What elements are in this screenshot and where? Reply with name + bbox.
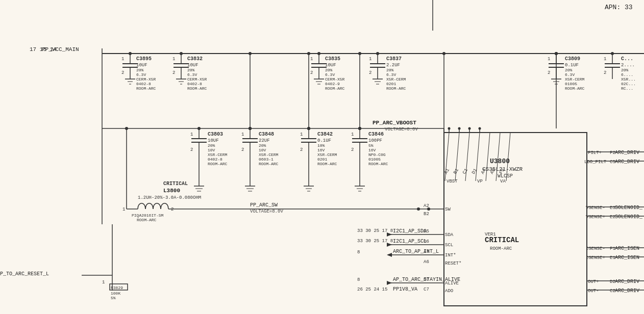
arc-isen-e1: ARC_ISEN <box>615 255 639 260</box>
c3803-val: 10UF <box>208 138 219 143</box>
pin-d7: D7 <box>424 277 429 282</box>
c3803-pin2: 2 <box>190 147 193 152</box>
c3895-val: 10UF <box>136 63 147 68</box>
c3809-label: C3809 <box>565 56 580 62</box>
c3848-spec4: 0603-1 <box>259 157 274 162</box>
c3835-spec2: 6.3V <box>325 72 335 77</box>
c3842-spec4: 0201 <box>317 157 327 162</box>
c-right-spec5: RC... <box>621 86 633 91</box>
c3837-label: C3837 <box>386 56 402 62</box>
c3848-pin1: 1 <box>241 132 244 137</box>
c-right-spec2: 6.... <box>621 72 633 77</box>
schematic-view: APN: 33 17 15 14 PP_VCC_MAIN 1 2 C3895 1… <box>0 0 644 314</box>
c3809-spec1: 20% <box>565 68 573 72</box>
i2c1-sda-label: I2C1_AP_SDA <box>393 228 427 234</box>
c3837-spec3: X5R-CERM <box>386 77 406 82</box>
svg-point-129 <box>358 52 361 55</box>
c3895-spec3: CERM-X5R <box>136 77 156 82</box>
svg-point-96 <box>468 127 471 130</box>
c3803-spec4: 0402-8 <box>208 157 222 162</box>
svg-point-35 <box>376 52 379 55</box>
svg-point-11 <box>129 52 132 55</box>
c3842-label: C3842 <box>317 132 333 137</box>
c3846-label: C3846 <box>368 132 384 137</box>
ic-filt-plus: FILT+ <box>588 150 602 155</box>
c3846-spec5: ROOM-ARC <box>368 162 388 166</box>
c3842-pin2: 2 <box>300 147 303 152</box>
u3800-room: ROOM-ARC <box>490 246 512 251</box>
c3837-spec1: 20% <box>386 68 394 72</box>
svg-point-127 <box>307 127 310 130</box>
l3800-val: 1.2UH-20%-3.0A-0.080OHM <box>138 195 201 200</box>
pin-a6: A6 <box>424 259 429 265</box>
c3846-spec1: 5% <box>368 143 374 148</box>
svg-point-126 <box>307 52 310 55</box>
sig-va: VA <box>500 179 506 184</box>
net-arc-vboost: PP_ARC_VBOOST <box>373 120 416 126</box>
c-right-label: C... <box>621 56 633 62</box>
c3809-val: 0.1UF <box>565 63 579 68</box>
l3800-pin1: 1 <box>122 207 125 212</box>
c3842-val: 0.1UF <box>317 138 331 143</box>
c3842-spec3: X5R-CERM <box>317 152 337 157</box>
ic-ado-label: ADO <box>445 289 453 294</box>
c3895-spec1: 20% <box>136 68 144 72</box>
c3846-pin1: 1 <box>351 132 354 137</box>
c3809-pin1: 1 <box>548 57 550 62</box>
l3800-pkg: PIQA2016IT-SM <box>132 213 164 218</box>
c3832-label: C3832 <box>187 56 203 62</box>
c3842-pin1: 1 <box>300 132 303 137</box>
pin-d6-left: 33 30 25 17 8 <box>357 239 393 244</box>
arc-driv-c5: ARC_DRIV <box>615 159 639 165</box>
l3800-pin2: 2 <box>171 207 174 212</box>
ic-vsense-minus: VSENSE- <box>586 205 605 211</box>
c3895-ref: 1 <box>121 57 124 62</box>
pin-c7: C7 <box>424 287 429 292</box>
pin-d6: D6 <box>424 239 429 244</box>
c3895-pin2: 2 <box>121 70 124 75</box>
pin-d5-left: 33 30 25 17 8 <box>357 228 393 233</box>
pin-a7-left: 8 <box>357 250 360 255</box>
c3846-spec2: 16V <box>368 148 376 152</box>
svg-point-97 <box>479 127 481 130</box>
ic-isense-minus: ISENSE- <box>586 246 605 251</box>
sig-vbst: VBST <box>447 179 458 184</box>
c3832-spec5: ROOM-ARC <box>187 86 207 91</box>
c3895-label: C3895 <box>136 56 152 62</box>
ic-vsense-plus: VSENSE+ <box>586 215 605 220</box>
c3835-label: C3835 <box>325 56 340 62</box>
c3842-spec5: ROOM-ARC <box>317 162 337 166</box>
c3803-pin1: 1 <box>190 132 193 137</box>
c3837-spec4: 0201 <box>386 82 396 86</box>
c3837-val: 2.2UF <box>386 63 400 68</box>
net-arc-sw: PP_ARC_SW <box>250 202 278 208</box>
c3803-spec1: 20% <box>208 143 215 148</box>
c3835-pin1: 1 <box>310 57 313 62</box>
c3835-spec1: 20% <box>325 68 333 72</box>
arc-int-label: ARC_TO_AP_INT_L <box>393 249 439 254</box>
c3803-spec3: X5R-CERM <box>208 152 228 157</box>
solenoid-e2: SOLENOID_ <box>615 214 643 220</box>
c3895-spec2: 6.3V <box>136 72 146 77</box>
c-right-pin1: 1 <box>604 57 606 62</box>
p-to-arc-reset-label: P_TO_ARC_RESET_L <box>0 271 49 277</box>
c3832-pin2: 2 <box>172 70 175 75</box>
c3846-val: 100PF <box>368 138 382 143</box>
svg-point-132 <box>442 52 445 55</box>
c3809-pin2: 2 <box>548 70 550 75</box>
c3895-spec5: ROOM-ARC <box>136 86 156 91</box>
c3832-spec4: 0402-8 <box>187 82 202 86</box>
svg-point-19 <box>180 52 183 55</box>
c-right-spec1: 20% <box>621 68 629 72</box>
c3809-spec4: 01005 <box>565 82 577 86</box>
r3829-val: 100K <box>111 291 120 296</box>
svg-point-48 <box>611 52 614 55</box>
sig-vp: VP <box>477 179 483 184</box>
c3835-pin2: 2 <box>310 70 313 75</box>
r3829-spec: 5% <box>111 296 116 300</box>
ic-alive-label: ALIVE <box>445 281 459 286</box>
c3848-spec2: 10V <box>259 148 266 152</box>
ic-reset-label: RESET* <box>445 261 461 266</box>
l3800-room: ROOM-ARC <box>137 218 157 222</box>
c3848-pin2: 2 <box>241 147 244 152</box>
